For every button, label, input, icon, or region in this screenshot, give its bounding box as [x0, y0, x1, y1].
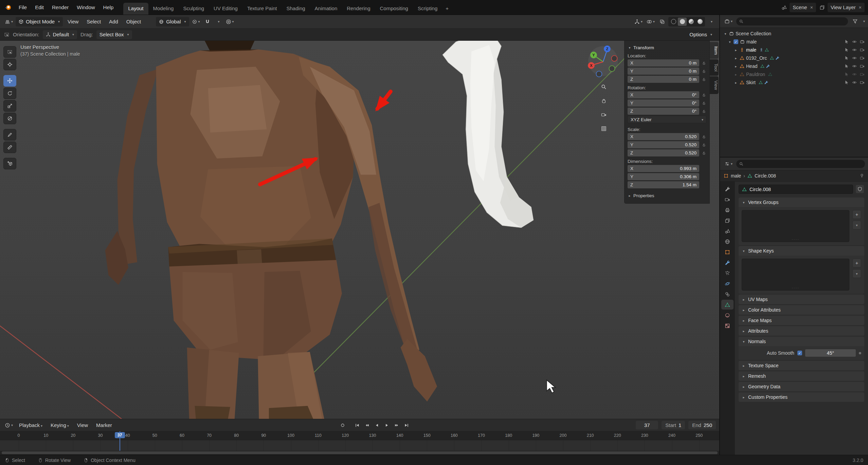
snap-toggle[interactable] — [203, 17, 212, 26]
dimensions-z-field[interactable]: Z1.54 m — [628, 181, 699, 188]
disclosure-arrow[interactable]: ▸ — [734, 73, 738, 76]
play-button[interactable] — [383, 421, 391, 429]
pan-button[interactable] — [599, 96, 609, 106]
disable-render-icon[interactable] — [860, 80, 865, 85]
workspace-tab-animation[interactable]: Animation — [310, 3, 342, 15]
tab-view-layer[interactable] — [721, 216, 734, 225]
vertex-groups-list[interactable]: ···· — [742, 210, 849, 242]
tab-object[interactable] — [721, 247, 734, 257]
tab-modifiers[interactable] — [721, 258, 734, 267]
gizmo-z-label[interactable]: Z — [606, 47, 609, 51]
outliner-search-input[interactable] — [736, 17, 848, 25]
selectable-icon[interactable] — [844, 48, 849, 52]
current-frame-field[interactable]: 37 — [636, 421, 658, 429]
outliner-row-head[interactable]: ▸ Head — [722, 62, 866, 70]
jump-start-button[interactable] — [353, 421, 362, 429]
shape-keys-add-button[interactable]: + — [852, 259, 861, 267]
toggle-ortho-button[interactable] — [599, 124, 609, 133]
location-y-lock[interactable] — [701, 69, 706, 73]
rotation-mode-selector[interactable]: XYZ Euler▾ — [628, 116, 706, 123]
tab-scene[interactable] — [721, 226, 734, 236]
show-overlays-button[interactable]: ▾ — [645, 17, 656, 26]
scale-x-field[interactable]: X0.520 — [628, 133, 699, 140]
tab-material[interactable] — [721, 310, 734, 320]
workspace-tab-layout[interactable]: Layout — [123, 3, 148, 15]
workspace-tab-compositing[interactable]: Compositing — [375, 3, 413, 15]
workspace-tab-sculpting[interactable]: Sculpting — [178, 3, 209, 15]
menu-window[interactable]: Window — [73, 2, 98, 13]
orientation-setting-selector[interactable]: Default ▾ — [43, 30, 77, 39]
frame-start-field[interactable]: Start1 — [662, 421, 685, 429]
disable-render-icon[interactable] — [860, 48, 865, 52]
menu-marker[interactable]: Marker — [93, 421, 115, 430]
gizmo-x-label[interactable]: X — [590, 63, 593, 68]
location-z-field[interactable]: Z0 m — [628, 76, 699, 83]
shading-settings-button[interactable]: ▾ — [706, 17, 716, 26]
texture-space-panel-header[interactable]: ▸Texture Space — [739, 361, 864, 370]
drag-setting-selector[interactable]: Select Box ▾ — [96, 30, 132, 39]
rotation-x-lock[interactable] — [701, 93, 706, 97]
scene-browse-icon[interactable] — [781, 5, 787, 10]
location-z-lock[interactable] — [701, 77, 706, 81]
menu-render[interactable]: Render — [48, 2, 72, 13]
vertex-groups-panel-header[interactable]: ▾Vertex Groups — [739, 198, 864, 207]
hide-viewport-icon[interactable] — [852, 64, 857, 69]
disable-render-icon[interactable] — [860, 64, 865, 69]
tab-physics[interactable] — [721, 279, 734, 289]
disable-render-icon[interactable] — [860, 72, 865, 77]
workspace-tab-rendering[interactable]: Rendering — [342, 3, 375, 15]
proportional-editing-button[interactable]: ▾ — [224, 17, 235, 26]
menu-select[interactable]: Select — [83, 17, 104, 26]
tab-texture[interactable] — [721, 321, 734, 331]
menu-playback[interactable]: Playback▾ — [16, 421, 46, 430]
outliner-filter-button[interactable] — [850, 17, 860, 26]
scale-y-lock[interactable] — [701, 143, 706, 147]
hide-viewport-icon[interactable] — [852, 80, 857, 85]
breadcrumb-data[interactable]: Circle.008 — [755, 173, 776, 179]
shading-wireframe-button[interactable] — [669, 18, 678, 26]
prev-keyframe-button[interactable] — [363, 421, 372, 429]
outliner-editor-type-button[interactable]: ▾ — [723, 17, 734, 26]
outliner-row-pauldron[interactable]: ▸ Pauldron — [722, 70, 866, 78]
pivot-point-button[interactable]: ▾ — [191, 17, 201, 26]
disable-render-icon[interactable] — [860, 39, 865, 44]
playhead[interactable]: 37 — [120, 431, 120, 451]
disclosure-arrow[interactable]: ▸ — [734, 64, 738, 68]
selectable-icon[interactable] — [844, 56, 849, 60]
add-cube-tool[interactable] — [3, 158, 16, 169]
fake-user-toggle[interactable] — [855, 185, 864, 193]
menu-edit[interactable]: Edit — [31, 2, 48, 13]
workspace-tab-modeling[interactable]: Modeling — [148, 3, 179, 15]
transform-tool[interactable] — [3, 113, 16, 124]
tab-output[interactable] — [721, 205, 734, 215]
uv-maps-panel-header[interactable]: ▸UV Maps — [739, 295, 864, 304]
menu-file[interactable]: File — [15, 2, 31, 13]
face-maps-panel-header[interactable]: ▸Face Maps — [739, 316, 864, 325]
gizmo-y-label[interactable]: Y — [592, 53, 595, 57]
transform-panel-header[interactable]: ▾ Transform — [628, 43, 706, 52]
scale-x-lock[interactable] — [701, 135, 706, 139]
timeline-editor-type-button[interactable]: ▾ — [3, 421, 14, 430]
shape-keys-panel-header[interactable]: ▾Shape Keys — [739, 246, 864, 256]
attributes-panel-header[interactable]: ▸Attributes — [739, 326, 864, 336]
disclosure-arrow[interactable]: ▸ — [734, 56, 738, 60]
zoom-button[interactable] — [599, 82, 609, 92]
vertex-groups-add-button[interactable]: + — [852, 210, 861, 219]
playhead-chip[interactable]: 37 — [115, 432, 125, 438]
menu-timeline-view[interactable]: View — [74, 421, 91, 430]
outliner-row-male-object[interactable]: ▸ male — [722, 46, 866, 54]
workspace-tab-uv-editing[interactable]: UV Editing — [209, 3, 242, 15]
view-layer-browse-icon[interactable] — [819, 5, 825, 10]
workspace-tab-texture-paint[interactable]: Texture Paint — [242, 3, 282, 15]
select-box-tool[interactable] — [3, 46, 16, 58]
shape-keys-list[interactable]: ···· — [742, 259, 849, 291]
timeline-ruler[interactable]: 0102030405060708090100110120130140150160… — [0, 431, 719, 440]
measure-tool[interactable] — [3, 142, 16, 153]
jump-end-button[interactable] — [402, 421, 411, 429]
sidebar-tab-tool[interactable]: Tool — [710, 59, 719, 76]
view-layer-selector[interactable]: View Layer × — [828, 3, 865, 12]
sidebar-tab-view[interactable]: View — [710, 76, 719, 94]
shading-solid-button[interactable] — [678, 18, 687, 26]
outliner-row-0192-orc[interactable]: ▸ 0192_Orc — [722, 54, 866, 62]
outliner-filter-dropdown-icon[interactable]: ▾ — [863, 19, 865, 23]
